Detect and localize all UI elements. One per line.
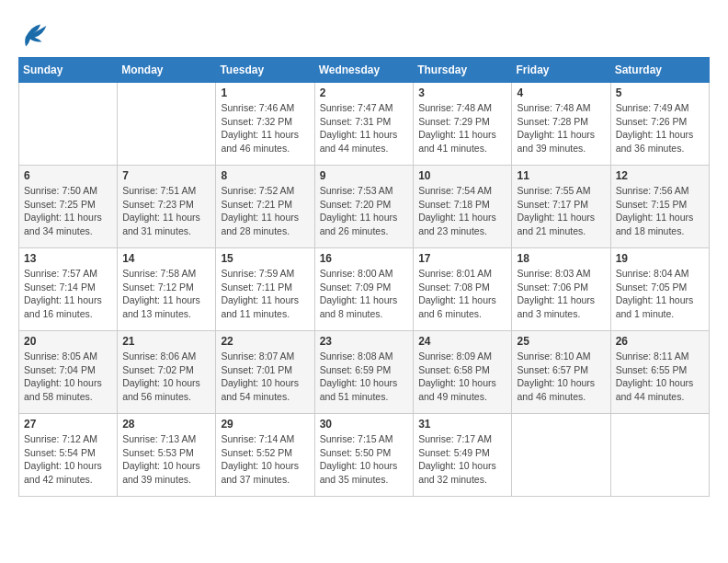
day-number: 13: [24, 252, 112, 265]
day-number: 25: [517, 335, 605, 348]
day-info: Sunrise: 8:06 AM Sunset: 7:02 PM Dayligh…: [122, 350, 210, 404]
day-cell: 29Sunrise: 7:14 AM Sunset: 5:52 PM Dayli…: [216, 414, 314, 497]
day-cell: 8Sunrise: 7:52 AM Sunset: 7:21 PM Daylig…: [216, 166, 314, 248]
day-info: Sunrise: 7:48 AM Sunset: 7:28 PM Dayligh…: [517, 101, 605, 155]
day-cell: [512, 414, 610, 497]
day-info: Sunrise: 7:17 AM Sunset: 5:49 PM Dayligh…: [418, 432, 506, 487]
day-cell: 25Sunrise: 8:10 AM Sunset: 6:57 PM Dayli…: [512, 331, 610, 414]
day-number: 18: [517, 252, 605, 265]
day-number: 7: [122, 169, 210, 182]
day-info: Sunrise: 7:54 AM Sunset: 7:18 PM Dayligh…: [418, 184, 506, 238]
logo: [18, 18, 51, 48]
day-number: 15: [221, 252, 309, 265]
week-row-2: 6Sunrise: 7:50 AM Sunset: 7:25 PM Daylig…: [19, 166, 710, 248]
day-cell: 19Sunrise: 8:04 AM Sunset: 7:05 PM Dayli…: [610, 248, 709, 331]
day-number: 11: [517, 169, 605, 182]
day-info: Sunrise: 8:07 AM Sunset: 7:01 PM Dayligh…: [221, 350, 309, 404]
day-number: 5: [616, 86, 704, 99]
day-info: Sunrise: 8:00 AM Sunset: 7:09 PM Dayligh…: [320, 267, 409, 321]
day-info: Sunrise: 7:49 AM Sunset: 7:26 PM Dayligh…: [616, 101, 704, 155]
day-number: 27: [24, 418, 112, 431]
day-info: Sunrise: 7:58 AM Sunset: 7:12 PM Dayligh…: [122, 267, 210, 321]
day-number: 17: [418, 252, 506, 265]
day-cell: 17Sunrise: 8:01 AM Sunset: 7:08 PM Dayli…: [414, 248, 512, 331]
day-cell: 16Sunrise: 8:00 AM Sunset: 7:09 PM Dayli…: [314, 248, 414, 331]
day-info: Sunrise: 7:50 AM Sunset: 7:25 PM Dayligh…: [24, 184, 112, 238]
header-cell-wednesday: Wednesday: [314, 58, 414, 83]
day-cell: 10Sunrise: 7:54 AM Sunset: 7:18 PM Dayli…: [414, 166, 512, 248]
day-cell: 12Sunrise: 7:56 AM Sunset: 7:15 PM Dayli…: [610, 166, 709, 248]
day-cell: 7Sunrise: 7:51 AM Sunset: 7:23 PM Daylig…: [118, 166, 216, 248]
day-number: 31: [418, 418, 506, 431]
header-cell-sunday: Sunday: [19, 58, 118, 83]
day-info: Sunrise: 7:14 AM Sunset: 5:52 PM Dayligh…: [221, 432, 309, 487]
day-info: Sunrise: 7:13 AM Sunset: 5:53 PM Dayligh…: [122, 432, 210, 487]
day-info: Sunrise: 8:05 AM Sunset: 7:04 PM Dayligh…: [24, 350, 112, 404]
day-number: 26: [616, 335, 704, 348]
header-cell-monday: Monday: [118, 58, 216, 83]
week-row-3: 13Sunrise: 7:57 AM Sunset: 7:14 PM Dayli…: [19, 248, 710, 331]
week-row-4: 20Sunrise: 8:05 AM Sunset: 7:04 PM Dayli…: [19, 331, 710, 414]
day-number: 24: [418, 335, 506, 348]
day-cell: 18Sunrise: 8:03 AM Sunset: 7:06 PM Dayli…: [512, 248, 610, 331]
day-info: Sunrise: 7:12 AM Sunset: 5:54 PM Dayligh…: [24, 432, 112, 487]
day-number: 16: [320, 252, 409, 265]
day-info: Sunrise: 8:04 AM Sunset: 7:05 PM Dayligh…: [616, 267, 704, 321]
day-info: Sunrise: 7:56 AM Sunset: 7:15 PM Dayligh…: [616, 184, 704, 238]
day-number: 20: [24, 335, 112, 348]
day-cell: 24Sunrise: 8:09 AM Sunset: 6:58 PM Dayli…: [414, 331, 512, 414]
day-info: Sunrise: 8:08 AM Sunset: 6:59 PM Dayligh…: [320, 350, 409, 404]
day-number: 2: [320, 86, 409, 99]
day-cell: 5Sunrise: 7:49 AM Sunset: 7:26 PM Daylig…: [610, 83, 709, 166]
week-row-1: 1Sunrise: 7:46 AM Sunset: 7:32 PM Daylig…: [19, 83, 710, 166]
header-cell-saturday: Saturday: [610, 58, 709, 83]
day-number: 22: [221, 335, 309, 348]
header-cell-tuesday: Tuesday: [216, 58, 314, 83]
day-cell: 3Sunrise: 7:48 AM Sunset: 7:29 PM Daylig…: [414, 83, 512, 166]
day-info: Sunrise: 8:03 AM Sunset: 7:06 PM Dayligh…: [517, 267, 605, 321]
day-info: Sunrise: 7:47 AM Sunset: 7:31 PM Dayligh…: [320, 101, 409, 155]
day-cell: 4Sunrise: 7:48 AM Sunset: 7:28 PM Daylig…: [512, 83, 610, 166]
day-cell: [610, 414, 709, 497]
day-info: Sunrise: 7:48 AM Sunset: 7:29 PM Dayligh…: [418, 101, 506, 155]
day-info: Sunrise: 7:57 AM Sunset: 7:14 PM Dayligh…: [24, 267, 112, 321]
day-cell: 31Sunrise: 7:17 AM Sunset: 5:49 PM Dayli…: [414, 414, 512, 497]
day-cell: [118, 83, 216, 166]
day-cell: 27Sunrise: 7:12 AM Sunset: 5:54 PM Dayli…: [19, 414, 118, 497]
week-row-5: 27Sunrise: 7:12 AM Sunset: 5:54 PM Dayli…: [19, 414, 710, 497]
day-number: 12: [616, 169, 704, 182]
page-header: [18, 18, 710, 48]
day-cell: 26Sunrise: 8:11 AM Sunset: 6:55 PM Dayli…: [610, 331, 709, 414]
day-cell: 11Sunrise: 7:55 AM Sunset: 7:17 PM Dayli…: [512, 166, 610, 248]
day-cell: 14Sunrise: 7:58 AM Sunset: 7:12 PM Dayli…: [118, 248, 216, 331]
day-cell: 13Sunrise: 7:57 AM Sunset: 7:14 PM Dayli…: [19, 248, 118, 331]
day-number: 10: [418, 169, 506, 182]
day-info: Sunrise: 8:09 AM Sunset: 6:58 PM Dayligh…: [418, 350, 506, 404]
day-info: Sunrise: 8:01 AM Sunset: 7:08 PM Dayligh…: [418, 267, 506, 321]
day-info: Sunrise: 7:15 AM Sunset: 5:50 PM Dayligh…: [320, 432, 409, 487]
calendar-body: 1Sunrise: 7:46 AM Sunset: 7:32 PM Daylig…: [19, 83, 710, 497]
logo-icon: [18, 18, 48, 48]
day-cell: 9Sunrise: 7:53 AM Sunset: 7:20 PM Daylig…: [314, 166, 414, 248]
day-cell: [19, 83, 118, 166]
day-number: 30: [320, 418, 409, 431]
day-cell: 6Sunrise: 7:50 AM Sunset: 7:25 PM Daylig…: [19, 166, 118, 248]
day-number: 21: [122, 335, 210, 348]
day-number: 29: [221, 418, 309, 431]
day-info: Sunrise: 7:46 AM Sunset: 7:32 PM Dayligh…: [221, 101, 309, 155]
day-info: Sunrise: 7:51 AM Sunset: 7:23 PM Dayligh…: [122, 184, 210, 238]
calendar-header: SundayMondayTuesdayWednesdayThursdayFrid…: [19, 58, 710, 83]
day-info: Sunrise: 8:11 AM Sunset: 6:55 PM Dayligh…: [616, 350, 704, 404]
header-row: SundayMondayTuesdayWednesdayThursdayFrid…: [19, 58, 710, 83]
day-info: Sunrise: 7:55 AM Sunset: 7:17 PM Dayligh…: [517, 184, 605, 238]
header-cell-friday: Friday: [512, 58, 610, 83]
day-info: Sunrise: 7:59 AM Sunset: 7:11 PM Dayligh…: [221, 267, 309, 321]
day-info: Sunrise: 7:53 AM Sunset: 7:20 PM Dayligh…: [320, 184, 409, 238]
day-cell: 20Sunrise: 8:05 AM Sunset: 7:04 PM Dayli…: [19, 331, 118, 414]
day-cell: 30Sunrise: 7:15 AM Sunset: 5:50 PM Dayli…: [314, 414, 414, 497]
day-cell: 22Sunrise: 8:07 AM Sunset: 7:01 PM Dayli…: [216, 331, 314, 414]
day-info: Sunrise: 8:10 AM Sunset: 6:57 PM Dayligh…: [517, 350, 605, 404]
day-number: 28: [122, 418, 210, 431]
day-cell: 2Sunrise: 7:47 AM Sunset: 7:31 PM Daylig…: [314, 83, 414, 166]
calendar-table: SundayMondayTuesdayWednesdayThursdayFrid…: [18, 57, 710, 497]
